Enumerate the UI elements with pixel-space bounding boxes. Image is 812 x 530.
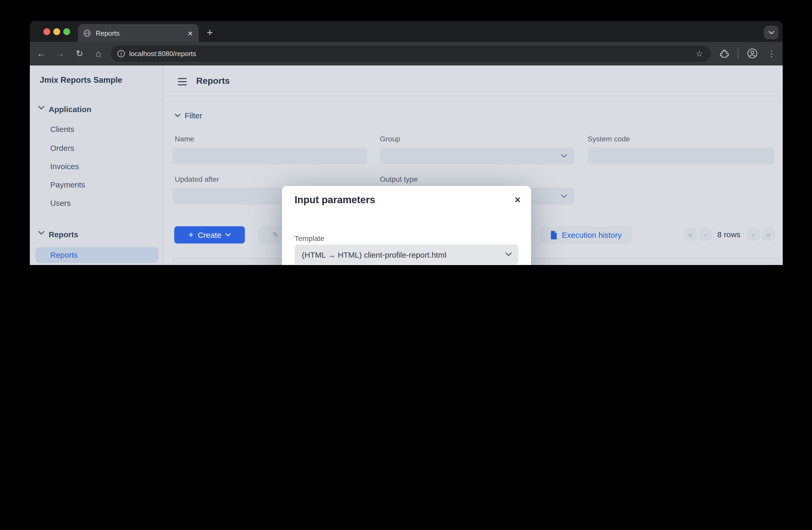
sidebar: Jmix Reports Sample Application Clients … [30, 66, 163, 265]
back-button[interactable]: ← [34, 46, 49, 61]
filter-output-type-label: Output type [380, 175, 418, 183]
filter-group-label: Group [380, 135, 400, 143]
pagination-last-button[interactable]: » [762, 228, 775, 241]
browser-tab[interactable]: Reports × [78, 24, 199, 42]
template-select-value: (HTML → HTML) client-profile-report.html [302, 250, 505, 259]
sidebar-item-payments[interactable]: Payments [50, 180, 85, 189]
filter-system-code-label: System code [588, 135, 630, 143]
chevron-down-icon [768, 31, 774, 34]
site-info-icon[interactable] [117, 50, 125, 58]
sidebar-section-application[interactable]: Application [49, 105, 91, 114]
filter-system-code-input[interactable] [588, 147, 774, 165]
tab-title: Reports [96, 29, 188, 37]
dialog-close-icon[interactable]: × [515, 194, 521, 206]
filter-name-label: Name [175, 135, 194, 143]
execution-history-button[interactable]: Execution history [540, 226, 632, 243]
filter-name-input[interactable] [173, 147, 367, 165]
new-tab-button[interactable]: + [202, 25, 217, 40]
chevron-down-icon[interactable] [38, 231, 44, 235]
home-button[interactable]: ⌂ [91, 46, 106, 61]
create-button[interactable]: + Create [174, 226, 245, 243]
pagination-next-button[interactable]: › [746, 228, 760, 241]
template-label: Template [294, 234, 324, 242]
screenshot-stage: Reports × + ← → ↻ ⌂ localhost:8080/repor… [0, 0, 812, 265]
browser-toolbar: ← → ↻ ⌂ localhost:8080/reports ☆ ⋮ [30, 42, 783, 66]
toolbar-divider [738, 48, 739, 59]
browser-tabstrip: Reports × + [30, 21, 783, 42]
chevron-down-icon [505, 252, 512, 256]
document-icon [550, 231, 557, 239]
plus-icon: + [188, 229, 193, 240]
pagination-prev-button[interactable]: ‹ [699, 228, 712, 241]
filter-group-select[interactable] [380, 147, 575, 165]
tab-search-button[interactable] [764, 26, 779, 39]
header-divider [163, 96, 783, 96]
input-parameters-dialog: Input parameters × Template (HTML → HTML… [282, 186, 531, 265]
sidebar-item-orders[interactable]: Orders [50, 143, 74, 152]
pencil-icon: ✎ [273, 230, 279, 240]
chevron-down-icon[interactable] [38, 106, 44, 110]
sidebar-item-reports-label[interactable]: Reports [50, 250, 78, 259]
sidebar-section-reports[interactable]: Reports [49, 230, 78, 239]
filter-updated-after-label: Updated after [175, 175, 219, 183]
traffic-light-close[interactable] [43, 28, 50, 35]
chevron-down-icon[interactable] [175, 114, 180, 117]
chevron-down-icon [561, 194, 567, 198]
chevron-down-icon [226, 233, 231, 237]
pagination-rows-count: 8 rows [717, 230, 740, 239]
url-text[interactable]: localhost:8080/reports [129, 50, 696, 58]
sidebar-item-users[interactable]: Users [50, 198, 71, 207]
tab-close-icon[interactable]: × [188, 29, 192, 38]
template-select[interactable]: (HTML → HTML) client-profile-report.html [294, 245, 519, 264]
chevron-down-icon [561, 154, 567, 158]
bookmark-star-icon[interactable]: ☆ [696, 49, 703, 59]
reload-button[interactable]: ↻ [72, 46, 87, 61]
pagination-first-button[interactable]: « [684, 228, 697, 241]
traffic-light-minimize[interactable] [53, 28, 60, 35]
extensions-icon[interactable] [720, 49, 729, 59]
url-bar[interactable]: localhost:8080/reports ☆ [111, 45, 710, 62]
traffic-light-zoom[interactable] [63, 28, 70, 35]
page-title: Reports [196, 76, 230, 86]
sidebar-item-clients[interactable]: Clients [50, 125, 74, 134]
browser-menu-icon[interactable]: ⋮ [764, 46, 779, 61]
dialog-title: Input parameters [294, 194, 375, 206]
globe-favicon-icon [83, 29, 91, 37]
browser-window: Reports × + ← → ↻ ⌂ localhost:8080/repor… [30, 21, 783, 265]
menu-toggle-button[interactable] [178, 76, 187, 87]
app-root: Jmix Reports Sample Application Clients … [30, 66, 783, 265]
app-title: Jmix Reports Sample [40, 75, 122, 85]
filter-toggle[interactable]: Filter [185, 111, 202, 120]
forward-button[interactable]: → [53, 46, 68, 61]
profile-avatar-icon[interactable] [747, 48, 758, 59]
sidebar-item-invoices[interactable]: Invoices [50, 162, 79, 171]
